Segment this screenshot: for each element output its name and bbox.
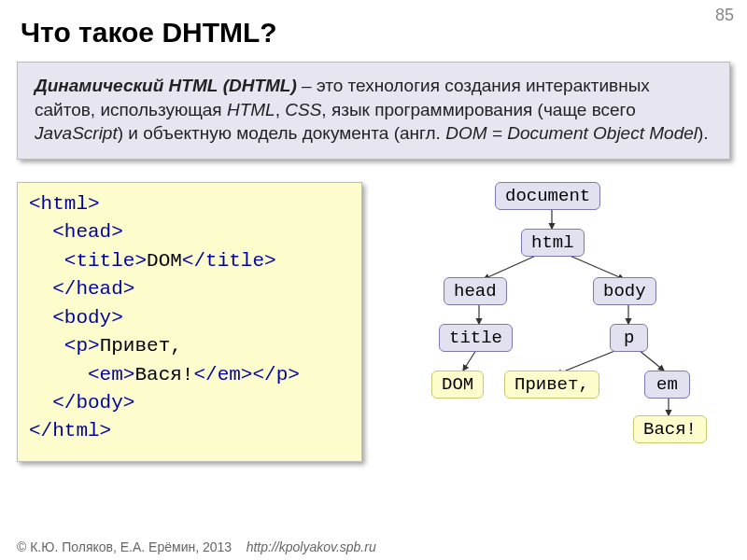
node-title: title bbox=[439, 324, 513, 352]
svg-line-1 bbox=[484, 255, 538, 279]
term: Динамический HTML bbox=[35, 76, 218, 95]
node-body: body bbox=[593, 277, 656, 305]
def-text2: , язык программирования (чаще всего bbox=[321, 100, 635, 119]
svg-line-2 bbox=[568, 255, 624, 279]
tech-js: JavaScript bbox=[35, 123, 118, 143]
tech-html: HTML bbox=[227, 100, 275, 119]
code-example: <html> <head> <title>DOM</title> </head>… bbox=[17, 182, 362, 462]
term-abbr: DHTML bbox=[229, 76, 290, 95]
svg-line-5 bbox=[463, 350, 476, 371]
node-head: head bbox=[444, 277, 507, 305]
definition-box: Динамический HTML (DHTML) – это технолог… bbox=[17, 62, 730, 160]
footer-copyright: © К.Ю. Поляков, Е.А. Ерёмин, 2013 bbox=[17, 539, 232, 554]
tech-css: CSS bbox=[285, 100, 321, 119]
slide-title: Что такое DHTML? bbox=[0, 0, 747, 58]
svg-line-7 bbox=[639, 350, 664, 371]
node-dom-leaf: DOM bbox=[431, 371, 484, 399]
node-document: document bbox=[495, 182, 600, 210]
footer-url: http://kpolyakov.spb.ru bbox=[247, 539, 376, 554]
dom-tree: document html head body title p DOM Прив… bbox=[383, 182, 730, 462]
page-number: 85 bbox=[715, 6, 734, 25]
node-em: em bbox=[644, 371, 690, 399]
node-vasya-leaf: Вася! bbox=[633, 415, 707, 443]
def-text3: ) и объектную модель документа (англ. bbox=[118, 123, 445, 143]
def-sep: , bbox=[275, 100, 286, 119]
tech-dom: DOM = Document Object Model bbox=[445, 123, 698, 143]
footer: © К.Ю. Поляков, Е.А. Ерёмин, 2013 http:/… bbox=[17, 539, 376, 554]
def-text4: ). bbox=[698, 123, 709, 143]
node-privet-leaf: Привет, bbox=[504, 371, 599, 399]
node-p: p bbox=[610, 324, 648, 352]
node-html: html bbox=[521, 229, 585, 257]
